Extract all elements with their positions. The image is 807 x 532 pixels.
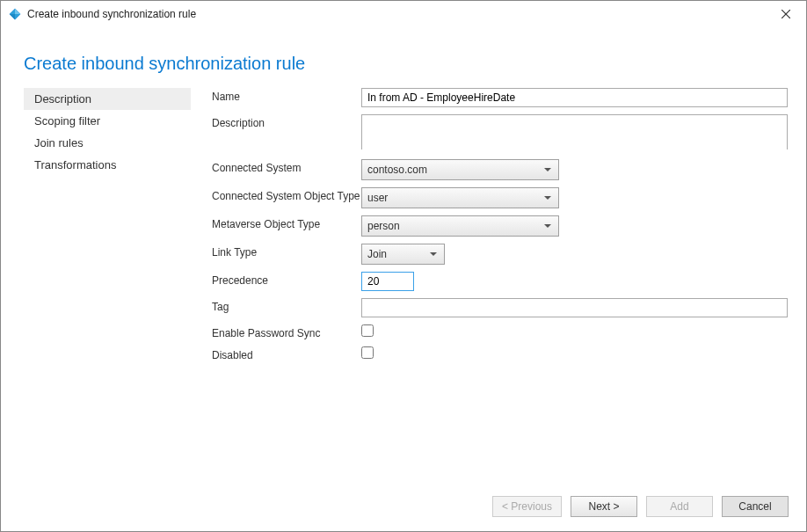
label-disabled: Disabled — [212, 346, 361, 361]
sidebar-item-transformations[interactable]: Transformations — [24, 154, 191, 176]
titlebar: Create inbound synchronization rule — [1, 1, 806, 27]
label-connected-system: Connected System — [212, 159, 361, 174]
previous-button: < Previous — [492, 496, 562, 517]
label-metaverse-object-type: Metaverse Object Type — [212, 215, 361, 230]
precedence-input[interactable] — [361, 272, 414, 291]
connected-system-object-type-dropdown[interactable]: user — [361, 187, 559, 208]
label-tag: Tag — [212, 298, 361, 313]
name-input[interactable] — [361, 88, 788, 107]
next-button[interactable]: Next > — [571, 496, 637, 517]
window-title: Create inbound synchronization rule — [27, 8, 196, 20]
link-type-dropdown[interactable]: Join — [361, 244, 445, 265]
label-connected-system-object-type: Connected System Object Type — [212, 187, 361, 202]
description-input[interactable] — [361, 114, 788, 149]
metaverse-object-type-dropdown[interactable]: person — [361, 215, 559, 237]
close-button[interactable] — [773, 4, 799, 24]
label-enable-password-sync: Enable Password Sync — [212, 324, 361, 339]
tag-input[interactable] — [361, 298, 788, 317]
footer-buttons: < Previous Next > Add Cancel — [492, 496, 789, 517]
label-description: Description — [212, 114, 361, 129]
label-precedence: Precedence — [212, 272, 361, 287]
add-button: Add — [646, 496, 713, 517]
label-name: Name — [212, 88, 361, 103]
link-type-value: Join — [367, 248, 387, 260]
connected-system-object-type-value: user — [367, 192, 388, 204]
cancel-button[interactable]: Cancel — [722, 496, 789, 517]
metaverse-object-type-value: person — [367, 220, 400, 232]
page-title: Create inbound synchronization rule — [24, 54, 806, 74]
sidebar-item-description[interactable]: Description — [24, 88, 191, 110]
app-icon — [8, 7, 22, 21]
connected-system-value: contoso.com — [367, 164, 427, 176]
label-link-type: Link Type — [212, 244, 361, 259]
sidebar-item-scoping-filter[interactable]: Scoping filter — [24, 110, 191, 132]
sidebar-item-join-rules[interactable]: Join rules — [24, 132, 191, 154]
disabled-checkbox[interactable] — [361, 346, 374, 359]
enable-password-sync-checkbox[interactable] — [361, 324, 374, 337]
form-area: Name Description Connected System contos… — [191, 88, 789, 368]
sidebar: Description Scoping filter Join rules Tr… — [24, 88, 191, 368]
connected-system-dropdown[interactable]: contoso.com — [361, 159, 559, 180]
